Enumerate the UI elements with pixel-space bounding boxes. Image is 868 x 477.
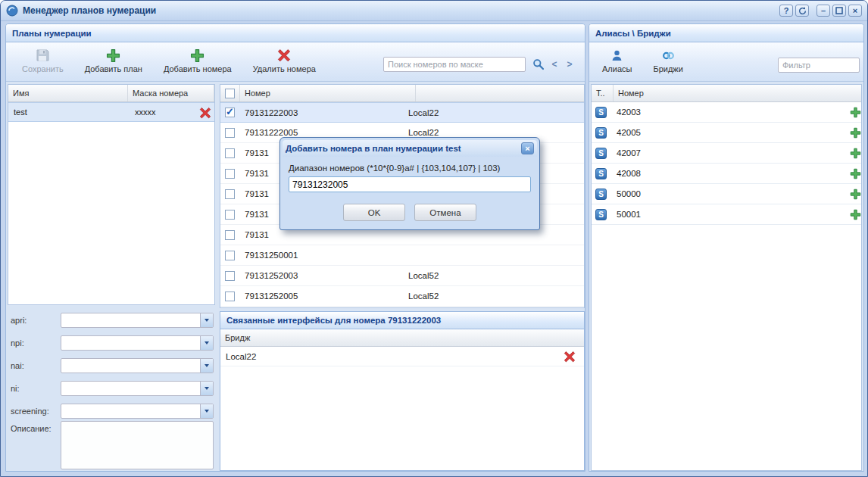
aliases-tab-label: Алиасы	[602, 64, 632, 73]
npi-field-row: npi:	[11, 335, 214, 351]
plan-row[interactable]: test xxxxx	[8, 102, 214, 122]
dialog-close-icon[interactable]: ×	[521, 142, 534, 154]
alias-row[interactable]: S 50001	[592, 204, 861, 225]
close-button[interactable]: ×	[848, 5, 862, 17]
next-page-button[interactable]: >	[564, 58, 576, 71]
row-checkbox[interactable]	[225, 271, 235, 281]
ok-button[interactable]: OK	[343, 204, 405, 221]
add-to-plan-button[interactable]	[850, 148, 861, 159]
plan-mask-cell: xxxxx	[128, 108, 156, 117]
dialog-titlebar[interactable]: Добавить номера в план нумерации test ×	[283, 140, 537, 157]
cancel-button[interactable]: Отмена	[414, 204, 476, 221]
chevron-down-icon[interactable]	[200, 382, 213, 395]
bridges-tab-button[interactable]: Бриджи	[646, 45, 689, 76]
interface-row[interactable]: Local22	[220, 347, 584, 366]
number-row[interactable]: 79131252003 Local52	[220, 266, 584, 286]
row-checkbox[interactable]	[225, 148, 235, 158]
plans-grid: Имя Маска номера test xxxxx	[8, 84, 215, 305]
select-all-checkbox-cell[interactable]	[220, 85, 240, 101]
select-all-checkbox[interactable]	[225, 89, 235, 98]
column-header-blank	[416, 85, 584, 101]
delete-plan-button[interactable]	[199, 107, 211, 119]
chevron-down-icon[interactable]	[200, 313, 213, 327]
search-icon[interactable]	[532, 58, 545, 71]
add-to-plan-button[interactable]	[850, 189, 861, 200]
plus-icon	[106, 48, 121, 63]
bridge-type-icon: S	[595, 209, 607, 220]
add-to-plan-button[interactable]	[850, 168, 861, 179]
aliases-panel: Алиасы \ Бриджи Алиасы Бриджи Т.. Номер	[589, 23, 864, 472]
alias-row[interactable]: S 42008	[592, 164, 861, 184]
apri-select[interactable]	[61, 313, 214, 328]
apri-field-row: apri:	[11, 312, 214, 329]
alias-number-cell: 42005	[617, 128, 641, 137]
alias-row[interactable]: S 50000	[592, 184, 861, 204]
chevron-down-icon[interactable]	[200, 336, 213, 350]
add-to-plan-button[interactable]	[850, 127, 861, 139]
related-interfaces-title: Связанные интерфейсы для номера 79131222…	[226, 316, 441, 325]
row-checkbox[interactable]	[225, 230, 235, 240]
maximize-button[interactable]	[832, 5, 846, 17]
plans-panel: Планы нумерации Сохранить Добавить план …	[5, 23, 585, 472]
minimize-button[interactable]: –	[816, 5, 830, 17]
description-label: Описание:	[11, 424, 52, 433]
row-checkbox[interactable]	[225, 108, 235, 117]
alias-number-cell: 42007	[617, 148, 641, 157]
number-cell: 79131252003	[235, 271, 405, 280]
aliases-panel-header: Алиасы \ Бриджи	[589, 24, 863, 42]
column-header-mask[interactable]: Маска номера	[128, 85, 214, 101]
alias-row[interactable]: S 42003	[592, 102, 861, 123]
filter-input[interactable]	[778, 58, 860, 73]
aliases-tab-button[interactable]: Алиасы	[595, 45, 639, 76]
red-x-icon	[276, 48, 292, 63]
bridge-cell: Local22	[405, 128, 439, 137]
row-checkbox[interactable]	[225, 251, 235, 260]
nai-label: nai:	[11, 361, 61, 370]
add-numbers-dialog: Добавить номера в план нумерации test × …	[279, 137, 540, 230]
description-textarea[interactable]	[61, 421, 214, 469]
search-input[interactable]	[383, 57, 526, 72]
add-to-plan-button[interactable]	[850, 209, 861, 220]
column-header-alias-number[interactable]: Номер	[614, 85, 861, 101]
screening-field-row: screening:	[11, 403, 214, 419]
row-checkbox[interactable]	[225, 210, 235, 220]
alias-row[interactable]: S 42007	[592, 143, 861, 164]
number-row[interactable]: 79131222003 Local22	[220, 102, 584, 123]
related-interfaces-header: Связанные интерфейсы для номера 79131222…	[220, 312, 584, 329]
alias-row[interactable]: S 42005	[592, 123, 861, 143]
row-checkbox[interactable]	[225, 292, 235, 301]
column-header-name[interactable]: Имя	[8, 85, 128, 101]
npi-select[interactable]	[61, 335, 214, 351]
plan-name-cell: test	[8, 108, 128, 117]
save-button[interactable]: Сохранить	[15, 45, 70, 76]
bridges-tab-label: Бриджи	[653, 64, 682, 73]
ni-label: ni:	[11, 384, 61, 393]
ni-select[interactable]	[61, 381, 214, 396]
nai-select[interactable]	[61, 358, 214, 373]
aliases-grid-header: Т.. Номер	[592, 85, 861, 102]
column-header-type[interactable]: Т..	[592, 85, 614, 101]
bridge-cell: Local52	[405, 292, 439, 301]
plans-toolbar: Сохранить Добавить план Добавить номера …	[6, 42, 585, 82]
column-header-bridge[interactable]: Бридж	[220, 329, 584, 346]
range-input[interactable]	[289, 176, 531, 192]
window-titlebar[interactable]: Менеджер планов нумерации ? – ×	[1, 1, 867, 21]
chevron-down-icon[interactable]	[200, 404, 213, 418]
help-button[interactable]: ?	[779, 5, 793, 17]
row-checkbox[interactable]	[225, 189, 235, 199]
prev-page-button[interactable]: <	[548, 58, 560, 71]
refresh-button[interactable]	[795, 5, 809, 17]
column-header-number[interactable]: Номер	[240, 85, 416, 101]
screening-select[interactable]	[61, 404, 214, 419]
add-to-plan-button[interactable]	[850, 107, 861, 118]
row-checkbox[interactable]	[225, 169, 235, 179]
add-plan-button[interactable]: Добавить план	[78, 45, 149, 76]
delete-numbers-button[interactable]: Удалить номера	[246, 45, 323, 76]
number-row[interactable]: 79131250001	[220, 245, 584, 266]
row-checkbox[interactable]	[225, 128, 235, 138]
chevron-down-icon[interactable]	[200, 359, 213, 373]
add-numbers-button[interactable]: Добавить номера	[157, 45, 239, 76]
bridges-icon	[660, 48, 676, 63]
unlink-bridge-button[interactable]	[564, 351, 576, 363]
number-row[interactable]: 79131252005 Local52	[220, 286, 584, 307]
